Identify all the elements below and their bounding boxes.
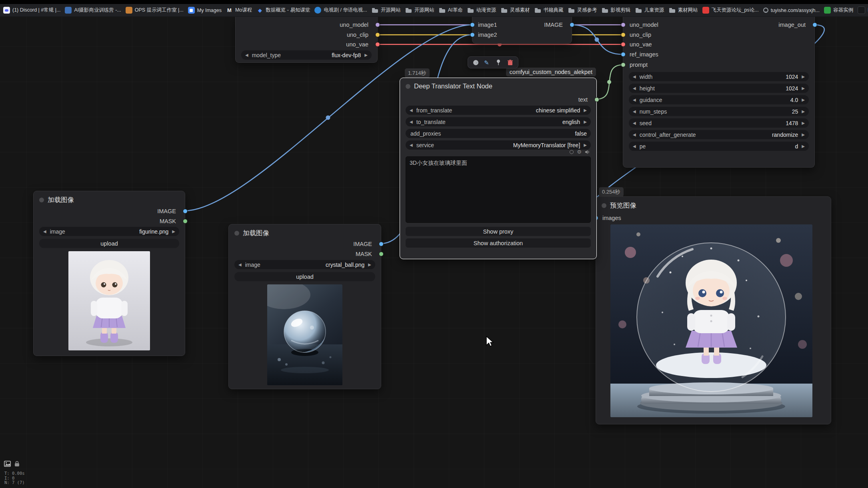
guidance-widget[interactable]: ◀ guidance 4.0 ▶	[629, 95, 809, 104]
bookmark-item[interactable]: AI革命	[439, 7, 463, 14]
decrement-arrow-icon[interactable]: ◀	[238, 263, 242, 267]
bookmark-item[interactable]: 素材网站	[669, 7, 698, 14]
bookmark-item[interactable]: My Images	[188, 7, 222, 14]
control-after-generate-widget[interactable]: ◀ control_after_generate randomize ▶	[629, 130, 809, 139]
decrement-arrow-icon[interactable]: ◀	[410, 120, 413, 124]
height-widget[interactable]: ◀ height 1024 ▶	[629, 84, 809, 93]
input-port-image2[interactable]	[470, 32, 475, 37]
decrement-arrow-icon[interactable]: ◀	[410, 108, 413, 112]
node-title[interactable]: 加载图像	[34, 191, 185, 206]
output-port-mask[interactable]	[183, 219, 188, 224]
node-uno-sampler[interactable]: uno_model uno_clip uno_vae ref_images pr…	[623, 17, 815, 168]
bookmark-item[interactable]: (1) Discord | #常规 |...	[3, 7, 60, 14]
output-port-image[interactable]	[379, 242, 384, 246]
bookmark-item[interactable]: Polar 下一...	[858, 6, 868, 14]
input-port-ref-images[interactable]	[621, 52, 626, 57]
prompt-textarea[interactable]: 3D小女孩在玻璃球里面	[406, 156, 591, 223]
bookmark-item[interactable]: OPS 提示词工作室 |...	[126, 7, 184, 14]
output-port-uno-vae[interactable]	[375, 42, 380, 47]
decrement-arrow-icon[interactable]: ◀	[43, 230, 46, 234]
collapse-dot-icon[interactable]	[39, 198, 44, 202]
output-port-mask[interactable]	[379, 252, 384, 256]
input-port-uno-model[interactable]	[621, 22, 626, 27]
increment-arrow-icon[interactable]: ▶	[802, 121, 805, 125]
bookmark-item[interactable]: 动漫资源	[467, 7, 496, 14]
input-port-image1[interactable]	[470, 22, 475, 27]
node-preview-image[interactable]: 预览图像 images	[596, 196, 831, 424]
decrement-arrow-icon[interactable]: ◀	[633, 86, 636, 90]
bookmark-item[interactable]: MMo课程	[226, 7, 252, 14]
node-title[interactable]: 加载图像	[229, 224, 381, 240]
to-translate-widget[interactable]: ◀ to_translate english ▶	[406, 117, 591, 126]
num-steps-widget[interactable]: ◀ num_steps 25 ▶	[629, 107, 809, 116]
trash-icon[interactable]	[508, 60, 513, 66]
increment-arrow-icon[interactable]: ▶	[802, 144, 805, 148]
node-deep-translator[interactable]: Deep Translator Text Node text ◀ from_tr…	[400, 78, 597, 259]
bookmark-item[interactable]: AI摄影商业训练营 -...	[65, 7, 121, 14]
increment-arrow-icon[interactable]: ▶	[172, 230, 175, 234]
decrement-arrow-icon[interactable]: ◀	[633, 75, 636, 79]
show-proxy-button[interactable]: Show proxy	[406, 227, 591, 236]
collapse-dot-icon[interactable]	[602, 203, 606, 208]
node-load-image-figurine[interactable]: 加载图像 IMAGE MASK ◀ image figurine.png ▶ u…	[33, 191, 185, 356]
increment-arrow-icon[interactable]: ▶	[802, 75, 805, 79]
from-translate-widget[interactable]: ◀ from_translate chinese simplified ▶	[406, 106, 591, 115]
bookmark-item[interactable]: 容器实例	[824, 7, 853, 14]
increment-arrow-icon[interactable]: ▶	[802, 86, 805, 90]
bookmark-item[interactable]: 灵感参考	[568, 7, 597, 14]
output-port-image[interactable]	[183, 209, 188, 214]
input-port-prompt[interactable]	[621, 62, 626, 67]
output-port-text[interactable]	[594, 97, 599, 102]
width-widget[interactable]: ◀ width 1024 ▶	[629, 72, 809, 81]
voice-circle-icon[interactable]	[570, 150, 574, 154]
bookmark-item[interactable]: ◆数据概览 - 易知课堂	[256, 7, 310, 14]
decrement-arrow-icon[interactable]: ◀	[633, 98, 636, 102]
increment-arrow-icon[interactable]: ▶	[802, 98, 805, 102]
input-port-uno-vae[interactable]	[621, 42, 626, 47]
output-port-image-out[interactable]	[812, 22, 817, 27]
decrement-arrow-icon[interactable]: ◀	[633, 133, 636, 137]
node-uno-loader[interactable]: uno_model uno_clip uno_vae ◀ model_type …	[235, 17, 378, 63]
eyedropper-icon[interactable]: ✎	[484, 60, 489, 66]
increment-arrow-icon[interactable]: ▶	[584, 120, 587, 124]
collapse-dot-icon[interactable]	[406, 84, 410, 89]
decrement-arrow-icon[interactable]: ◀	[633, 144, 636, 148]
input-port-uno-clip[interactable]	[621, 32, 626, 37]
bookmark-item[interactable]: 飞天资源论坛_ps论...	[702, 7, 759, 14]
decrement-arrow-icon[interactable]: ◀	[633, 121, 636, 125]
caret-down-icon[interactable]: ▾	[476, 60, 478, 65]
output-port-uno-model[interactable]	[375, 22, 380, 27]
image-mode-icon[interactable]	[4, 461, 11, 467]
decrement-arrow-icon[interactable]: ◀	[633, 110, 636, 114]
model-type-widget[interactable]: ◀ model_type flux-dev-fp8 ▶	[241, 50, 372, 60]
increment-arrow-icon[interactable]: ▶	[802, 110, 805, 114]
collapse-dot-icon[interactable]	[234, 231, 239, 236]
output-port-image[interactable]	[570, 22, 574, 27]
bookmark-item[interactable]: tuyishe.com/assyxjh...	[763, 8, 820, 13]
pin-icon[interactable]	[496, 59, 501, 66]
increment-arrow-icon[interactable]: ▶	[802, 133, 805, 137]
bookmark-item[interactable]: 开源网站	[372, 7, 401, 14]
settings-gear-icon[interactable]: ⚙	[577, 149, 582, 154]
bookmark-item[interactable]: 电视剧 / 华语电视...	[314, 7, 367, 14]
bookmark-item[interactable]: 开源网站	[405, 7, 434, 14]
bookmark-item[interactable]: 灵感素材	[501, 7, 530, 14]
bookmark-item[interactable]: 书籍典藏	[534, 7, 564, 14]
seed-widget[interactable]: ◀ seed 1478 ▶	[629, 118, 809, 128]
node-image-concat[interactable]: image1 image2 IMAGE	[472, 17, 572, 44]
output-port-uno-clip[interactable]	[375, 32, 380, 37]
image-file-widget[interactable]: ◀ image crystal_ball.png ▶	[234, 260, 375, 269]
service-widget[interactable]: ◀ service MyMemoryTranslator [free] ▶	[406, 140, 591, 150]
lock-icon[interactable]	[14, 461, 20, 467]
increment-arrow-icon[interactable]: ▶	[364, 53, 368, 57]
pe-widget[interactable]: ◀ pe d ▶	[629, 142, 809, 151]
decrement-arrow-icon[interactable]: ◀	[410, 143, 413, 147]
add-proxies-widget[interactable]: add_proxies false	[406, 129, 591, 138]
speaker-icon[interactable]	[585, 150, 590, 154]
image-file-widget[interactable]: ◀ image figurine.png ▶	[39, 227, 179, 236]
upload-button[interactable]: upload	[39, 239, 179, 248]
bookmark-item[interactable]: 儿童资源	[635, 7, 664, 14]
node-load-image-crystal[interactable]: 加载图像 IMAGE MASK ◀ image crystal_ball.png…	[228, 224, 381, 389]
increment-arrow-icon[interactable]: ▶	[584, 108, 587, 112]
show-authorization-button[interactable]: Show authorization	[406, 238, 591, 248]
